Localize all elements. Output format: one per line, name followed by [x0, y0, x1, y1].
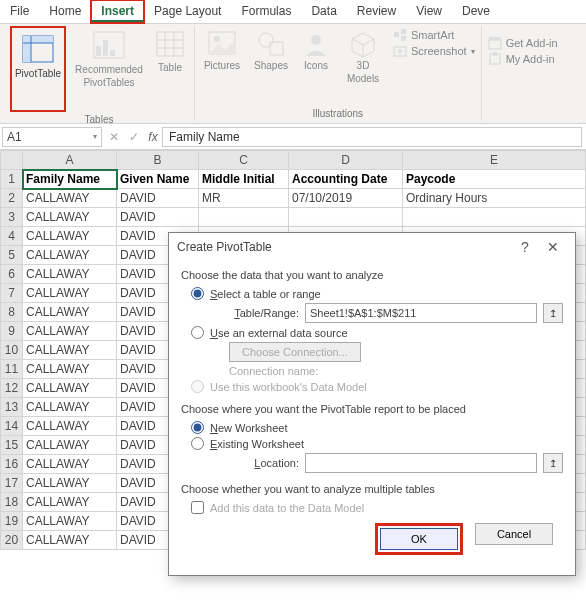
cell[interactable]: CALLAWAY — [23, 284, 117, 303]
tab-insert[interactable]: Insert — [91, 0, 144, 23]
cell[interactable]: CALLAWAY — [23, 379, 117, 398]
row-header[interactable]: 9 — [1, 322, 23, 341]
row-header[interactable]: 2 — [1, 189, 23, 208]
cell[interactable]: CALLAWAY — [23, 360, 117, 379]
radio-new-worksheet[interactable] — [191, 421, 204, 434]
cell[interactable]: Given Name — [117, 170, 199, 189]
shapes-button[interactable]: Shapes — [251, 26, 291, 71]
tab-data[interactable]: Data — [301, 0, 346, 23]
row-header[interactable]: 12 — [1, 379, 23, 398]
tab-home[interactable]: Home — [39, 0, 91, 23]
cell[interactable]: 07/10/2019 — [289, 189, 403, 208]
recommended-pivottables-button[interactable]: Recommended PivotTables — [74, 26, 144, 88]
row-header[interactable]: 19 — [1, 512, 23, 531]
cell[interactable]: CALLAWAY — [23, 208, 117, 227]
get-addins-button[interactable]: Get Add-in — [488, 36, 558, 50]
ok-button[interactable]: OK — [380, 528, 458, 550]
accept-formula-icon[interactable]: ✓ — [124, 130, 144, 144]
cancel-formula-icon[interactable]: ✕ — [104, 130, 124, 144]
tab-developer[interactable]: Deve — [452, 0, 500, 23]
add-to-data-model[interactable]: Add this data to the Data Model — [191, 501, 563, 514]
tab-file[interactable]: File — [0, 0, 39, 23]
cell[interactable]: Family Name — [23, 170, 117, 189]
cell[interactable]: CALLAWAY — [23, 189, 117, 208]
cell[interactable] — [403, 208, 586, 227]
row-header[interactable]: 11 — [1, 360, 23, 379]
cell[interactable]: CALLAWAY — [23, 398, 117, 417]
col-header-d[interactable]: D — [289, 151, 403, 170]
select-all-corner[interactable] — [1, 151, 23, 170]
cell[interactable]: CALLAWAY — [23, 493, 117, 512]
cell[interactable]: CALLAWAY — [23, 303, 117, 322]
tab-page-layout[interactable]: Page Layout — [144, 0, 231, 23]
location-picker-icon[interactable]: ↥ — [543, 453, 563, 473]
col-header-a[interactable]: A — [23, 151, 117, 170]
screenshot-button[interactable]: Screenshot ▾ — [393, 44, 475, 58]
cancel-button[interactable]: Cancel — [475, 523, 553, 545]
cell[interactable]: CALLAWAY — [23, 474, 117, 493]
cell[interactable]: CALLAWAY — [23, 455, 117, 474]
cell[interactable]: Middle Initial — [199, 170, 289, 189]
pivottable-button[interactable]: PivotTable — [14, 30, 62, 108]
row-header[interactable]: 18 — [1, 493, 23, 512]
radio-select-table[interactable] — [191, 287, 204, 300]
cell[interactable]: MR — [199, 189, 289, 208]
cell[interactable]: CALLAWAY — [23, 341, 117, 360]
cell[interactable]: Accounting Date — [289, 170, 403, 189]
cell[interactable]: CALLAWAY — [23, 322, 117, 341]
cell[interactable]: CALLAWAY — [23, 512, 117, 531]
row-header[interactable]: 6 — [1, 265, 23, 284]
tab-view[interactable]: View — [406, 0, 452, 23]
col-header-e[interactable]: E — [403, 151, 586, 170]
row-header[interactable]: 17 — [1, 474, 23, 493]
smartart-button[interactable]: SmartArt — [393, 28, 475, 42]
cell[interactable]: Ordinary Hours — [403, 189, 586, 208]
fx-icon[interactable]: fx — [144, 130, 162, 144]
row-header[interactable]: 20 — [1, 531, 23, 550]
option-external-source[interactable]: Use an external data source — [191, 326, 563, 339]
cell[interactable]: CALLAWAY — [23, 265, 117, 284]
cell[interactable]: CALLAWAY — [23, 436, 117, 455]
col-header-b[interactable]: B — [117, 151, 199, 170]
option-new-worksheet[interactable]: New Worksheet — [191, 421, 563, 434]
name-box[interactable]: A1 ▾ — [2, 127, 102, 147]
row-header[interactable]: 15 — [1, 436, 23, 455]
location-input[interactable] — [305, 453, 537, 473]
table-button[interactable]: Table — [152, 26, 188, 73]
row-header[interactable]: 16 — [1, 455, 23, 474]
cell[interactable]: CALLAWAY — [23, 227, 117, 246]
row-header[interactable]: 13 — [1, 398, 23, 417]
option-existing-worksheet[interactable]: Existing Worksheet — [191, 437, 563, 450]
row-header[interactable]: 8 — [1, 303, 23, 322]
formula-input[interactable]: Family Name — [162, 127, 582, 147]
row-header[interactable]: 1 — [1, 170, 23, 189]
help-icon[interactable]: ? — [511, 239, 539, 255]
row-header[interactable]: 10 — [1, 341, 23, 360]
cell[interactable]: DAVID — [117, 208, 199, 227]
dialog-titlebar[interactable]: Create PivotTable ? ✕ — [169, 233, 575, 261]
3d-models-button[interactable]: 3D Models — [341, 26, 385, 84]
radio-external-source[interactable] — [191, 326, 204, 339]
cell[interactable]: CALLAWAY — [23, 417, 117, 436]
close-icon[interactable]: ✕ — [539, 239, 567, 255]
row-header[interactable]: 14 — [1, 417, 23, 436]
pictures-button[interactable]: Pictures — [201, 26, 243, 71]
col-header-c[interactable]: C — [199, 151, 289, 170]
tab-formulas[interactable]: Formulas — [231, 0, 301, 23]
cell[interactable]: CALLAWAY — [23, 531, 117, 550]
row-header[interactable]: 4 — [1, 227, 23, 246]
range-picker-icon[interactable]: ↥ — [543, 303, 563, 323]
checkbox-add-to-model[interactable] — [191, 501, 204, 514]
my-addins-button[interactable]: My Add-in — [488, 52, 558, 66]
row-header[interactable]: 5 — [1, 246, 23, 265]
table-range-input[interactable]: Sheet1!$A$1:$M$211 — [305, 303, 537, 323]
option-select-table[interactable]: SSelect a table or rangeelect a table or… — [191, 287, 563, 300]
tab-review[interactable]: Review — [347, 0, 406, 23]
row-header[interactable]: 3 — [1, 208, 23, 227]
cell[interactable] — [289, 208, 403, 227]
cell[interactable] — [199, 208, 289, 227]
cell[interactable]: CALLAWAY — [23, 246, 117, 265]
row-header[interactable]: 7 — [1, 284, 23, 303]
cell[interactable]: Paycode — [403, 170, 586, 189]
icons-button[interactable]: Icons — [299, 26, 333, 71]
